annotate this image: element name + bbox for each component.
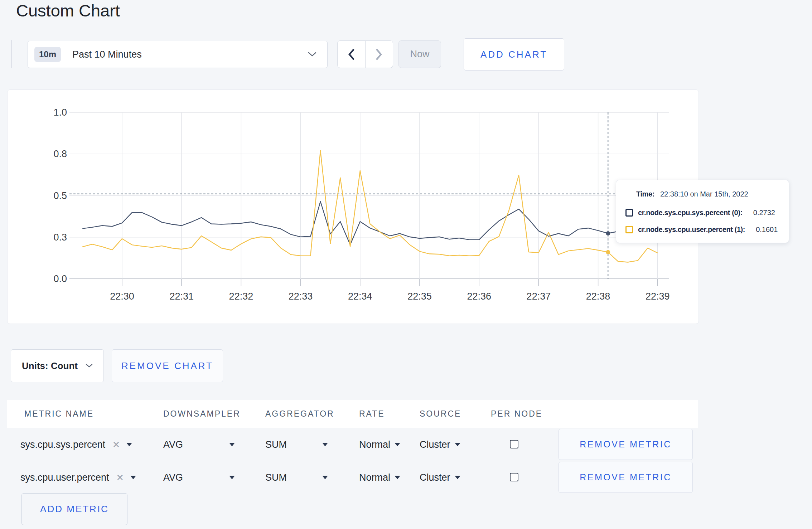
source-select[interactable]: Cluster [420, 462, 460, 493]
remove-metric-button[interactable]: REMOVE METRIC [559, 462, 693, 493]
svg-text:22:39: 22:39 [646, 291, 670, 302]
metric-name-select[interactable]: sys.cpu.user.percent✕ [20, 462, 136, 493]
svg-text:22:30: 22:30 [110, 291, 134, 302]
metric-row: sys.cpu.user.percent✕AVGSUMNormalCluster… [0, 462, 812, 493]
custom-chart-page: Custom Chart 10m Past 10 Minutes Now ADD… [0, 0, 812, 529]
dropdown-caret-icon [130, 476, 136, 479]
time-back-button[interactable] [338, 41, 366, 68]
column-header-downsampler: DOWNSAMPLER [163, 400, 241, 428]
dropdown-caret-icon [229, 476, 235, 479]
now-button[interactable]: Now [398, 40, 441, 68]
time-nav-group [337, 40, 393, 68]
clear-metric-icon[interactable]: ✕ [116, 472, 124, 483]
dropdown-caret-icon [395, 476, 400, 479]
cpu-usage-line-chart: 0.00.30.50.81.022:3022:3122:3222:3322:34… [8, 90, 699, 324]
units-label: Units: Count [22, 360, 78, 372]
add-metric-button[interactable]: ADD METRIC [21, 493, 127, 525]
dropdown-caret-icon [395, 443, 400, 446]
series-user-name: cr.node.sys.cpu.user.percent (1): [638, 225, 745, 234]
chevron-down-icon [308, 52, 316, 57]
dropdown-caret-icon [322, 476, 328, 479]
dropdown-caret-icon [229, 443, 235, 446]
svg-text:0.0: 0.0 [53, 273, 67, 284]
column-header-per-node: PER NODE [491, 400, 542, 428]
svg-text:0.3: 0.3 [53, 232, 67, 243]
dropdown-caret-icon [322, 443, 328, 446]
aggregator-select[interactable]: SUM [265, 462, 328, 493]
time-range-badge: 10m [34, 47, 61, 62]
chart-card: 0.00.30.50.81.022:3022:3122:3222:3322:34… [7, 89, 699, 324]
svg-text:0.8: 0.8 [53, 149, 67, 159]
series-user-value: 0.1601 [756, 225, 778, 234]
source-select[interactable]: Cluster [420, 429, 460, 460]
downsampler-select[interactable]: AVG [163, 429, 235, 460]
tooltip-time-value: 22:38:10 on Mar 15th, 2022 [660, 190, 748, 198]
remove-chart-button[interactable]: REMOVE CHART [112, 349, 223, 382]
time-range-label: Past 10 Minutes [72, 49, 142, 60]
series-user-legend-swatch [625, 226, 633, 233]
svg-text:0.5: 0.5 [53, 190, 67, 201]
toolbar-left-divider [11, 40, 11, 68]
per-node-checkbox[interactable] [510, 440, 518, 448]
series-sys-name: cr.node.sys.cpu.sys.percent (0): [638, 209, 743, 217]
units-dropdown[interactable]: Units: Count [11, 349, 104, 382]
dropdown-caret-icon [126, 443, 132, 446]
chevron-right-icon [376, 49, 383, 60]
svg-text:1.0: 1.0 [53, 107, 67, 118]
svg-text:22:38: 22:38 [586, 291, 610, 302]
svg-text:22:36: 22:36 [467, 291, 491, 302]
svg-text:22:32: 22:32 [229, 291, 253, 302]
chevron-left-icon [348, 49, 355, 60]
rate-select[interactable]: Normal [359, 429, 400, 460]
metric-name-select[interactable]: sys.cpu.sys.percent✕ [20, 429, 132, 460]
per-node-checkbox[interactable] [510, 473, 518, 481]
page-title: Custom Chart [16, 1, 120, 20]
tooltip-time-label: Time: [636, 190, 654, 198]
time-forward-button[interactable] [366, 41, 393, 68]
time-range-dropdown[interactable]: 10m Past 10 Minutes [28, 41, 328, 68]
column-header-metric-name: METRIC NAME [24, 400, 94, 428]
column-header-rate: RATE [359, 400, 385, 428]
column-header-source: SOURCE [420, 400, 461, 428]
chart-tooltip: Time: 22:38:10 on Mar 15th, 2022 cr.node… [616, 180, 789, 243]
metric-row: sys.cpu.sys.percent✕AVGSUMNormalClusterR… [0, 429, 812, 460]
remove-metric-button[interactable]: REMOVE METRIC [559, 429, 693, 460]
aggregator-select[interactable]: SUM [265, 429, 328, 460]
downsampler-select[interactable]: AVG [163, 462, 235, 493]
svg-text:22:35: 22:35 [407, 291, 432, 302]
series-sys-value: 0.2732 [753, 209, 775, 217]
rate-select[interactable]: Normal [359, 462, 400, 493]
clear-metric-icon[interactable]: ✕ [112, 440, 120, 450]
svg-text:22:33: 22:33 [289, 291, 313, 302]
column-header-aggregator: AGGREGATOR [265, 400, 334, 428]
series-sys-legend-swatch [625, 209, 633, 217]
add-chart-button[interactable]: ADD CHART [464, 38, 564, 71]
metrics-table-header: METRIC NAMEDOWNSAMPLERAGGREGATORRATESOUR… [7, 400, 698, 428]
dropdown-caret-icon [455, 476, 460, 479]
svg-text:22:34: 22:34 [348, 291, 372, 302]
svg-text:22:37: 22:37 [527, 291, 551, 302]
dropdown-caret-icon [455, 443, 460, 446]
chevron-down-icon [86, 364, 93, 368]
svg-text:22:31: 22:31 [169, 291, 194, 302]
